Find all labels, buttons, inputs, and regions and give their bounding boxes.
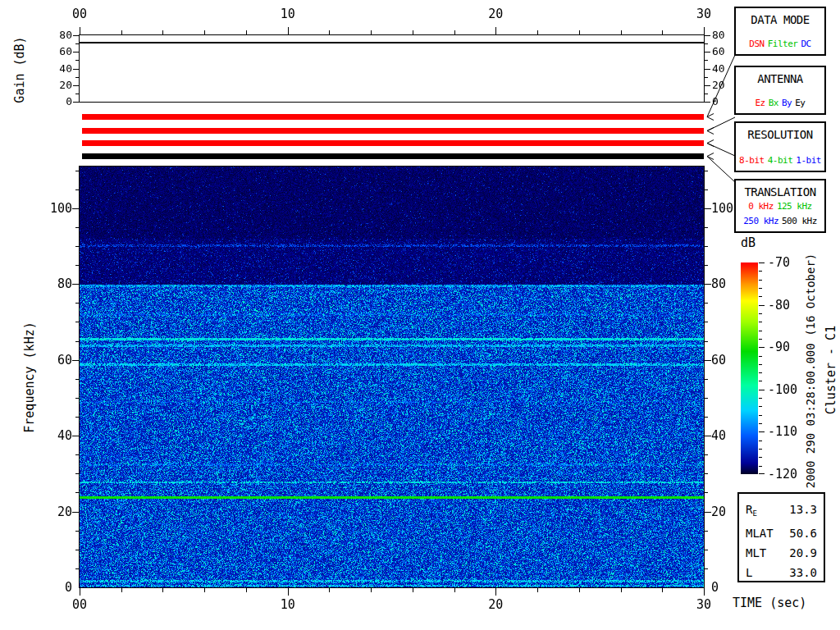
colorbar-tick — [759, 339, 762, 340]
gain-tick-right — [705, 94, 708, 94]
data-mode-box: DATA MODE DSNFilterDC — [734, 7, 826, 56]
time-tick-top — [121, 30, 122, 34]
gain-tick-label-left: 80 — [49, 29, 72, 42]
freq-tick-left — [75, 550, 79, 550]
colorbar-title: dB — [741, 235, 756, 250]
gain-tick-label-right: 60 — [712, 45, 725, 58]
freq-tick-right — [705, 341, 708, 342]
freq-tick-right — [705, 322, 708, 322]
gain-tick-left — [75, 77, 79, 78]
freq-tick-right — [705, 473, 708, 474]
time-tick-label-top: 20 — [479, 7, 512, 21]
freq-tick-label-left: 20 — [43, 504, 72, 519]
gain-trace — [80, 42, 704, 43]
colorbar-tick — [759, 305, 765, 306]
time-tick-top — [621, 30, 622, 34]
ephemeris-label: RE — [746, 500, 757, 523]
mode-option: Filter — [768, 39, 798, 49]
freq-tick-left — [72, 360, 79, 361]
time-tick-top — [80, 27, 80, 34]
resolution-values: 8-bit4-bit1-bit — [736, 155, 824, 171]
freq-tick-label-right: 60 — [711, 353, 726, 368]
time-tick-label-bottom: 20 — [479, 597, 512, 612]
gain-tick-label-right: 40 — [712, 62, 725, 75]
colorbar-tick — [759, 372, 762, 373]
ephemeris-row: MLT20.9 — [746, 543, 817, 563]
time-tick-bottom — [537, 588, 538, 592]
colorbar-tick-label: -90 — [768, 340, 790, 354]
gain-tick-label-right: 20 — [712, 79, 725, 92]
freq-tick-left — [75, 341, 79, 342]
colorbar-tick — [759, 406, 762, 407]
data-mode-title: DATA MODE — [736, 8, 824, 26]
freq-tick-label-left: 0 — [43, 580, 72, 595]
gain-tick-label-right: 0 — [712, 95, 719, 108]
freq-tick-left — [75, 398, 79, 399]
freq-tick-right — [705, 208, 711, 209]
colorbar-tick — [759, 381, 762, 381]
freq-tick-right — [705, 454, 708, 455]
freq-tick-left — [75, 492, 79, 493]
colorbar-tick — [759, 473, 765, 474]
ephemeris-row: L33.0 — [746, 563, 817, 582]
freq-tick-label-left: 60 — [43, 353, 72, 368]
freq-tick-left — [72, 284, 79, 285]
colorbar-tick — [759, 398, 762, 399]
resolution-box: RESOLUTION 8-bit4-bit1-bit — [734, 121, 826, 172]
time-tick-bottom — [662, 588, 663, 592]
mode-option: Ey — [795, 98, 805, 108]
freq-tick-left — [75, 189, 79, 190]
ephemeris-value: 50.6 — [789, 523, 817, 543]
freq-tick-left — [75, 265, 79, 266]
mode-option: 8-bit — [739, 155, 765, 166]
translation-values-row2: 250 kHz500 kHz — [736, 216, 824, 231]
datetime-label: 2000 290 03:28:00.000 (16 October) — [803, 248, 818, 494]
freq-tick-right — [705, 492, 708, 493]
status-bar-resolution — [82, 140, 704, 146]
freq-tick-right — [705, 550, 708, 550]
freq-tick-label-left: 80 — [43, 276, 72, 291]
time-tick-label-top: 30 — [687, 7, 720, 21]
freq-tick-right — [705, 265, 708, 266]
freq-tick-right — [705, 303, 708, 304]
freq-tick-right — [705, 436, 711, 436]
freq-tick-label-right: 0 — [711, 580, 719, 595]
mode-option: Ez — [756, 98, 765, 108]
gain-tick-left — [73, 102, 79, 103]
freq-tick-label-left: 100 — [43, 201, 72, 216]
time-tick-bottom — [246, 588, 247, 592]
mode-option: By — [782, 98, 792, 108]
colorbar-tick — [759, 331, 762, 331]
freq-tick-right — [705, 360, 711, 361]
spacecraft-label: Cluster - C1 — [824, 247, 838, 493]
freq-tick-label-right: 100 — [711, 201, 733, 216]
colorbar-tick — [759, 347, 765, 348]
ephemeris-box: RE13.3MLAT50.6MLT20.9L33.0 — [737, 492, 825, 582]
colorbar-tick — [759, 271, 762, 272]
time-tick-bottom — [413, 588, 413, 592]
time-tick-bottom — [621, 588, 622, 592]
freq-tick-left — [75, 417, 79, 418]
time-tick-bottom — [329, 588, 330, 592]
freq-tick-label-right: 20 — [711, 504, 726, 519]
colorbar-tick — [759, 449, 762, 450]
time-tick-top — [204, 30, 205, 34]
time-tick-top — [329, 30, 330, 34]
gain-tick-left — [75, 43, 79, 44]
colorbar-tick-label: -70 — [768, 255, 790, 270]
antenna-title: ANTENNA — [736, 67, 824, 85]
freq-tick-right — [705, 227, 708, 228]
time-tick-bottom — [288, 588, 289, 596]
time-tick-top — [454, 30, 455, 34]
gain-tick-label-right: 80 — [712, 29, 725, 42]
time-tick-top — [662, 30, 663, 34]
freq-tick-right — [705, 417, 708, 418]
ephemeris-label: MLT — [746, 543, 766, 563]
colorbar-canvas — [741, 262, 758, 474]
gain-tick-right — [705, 52, 710, 52]
time-tick-label-bottom: 30 — [687, 597, 720, 612]
mode-option: 250 kHz — [743, 216, 778, 226]
time-tick-top — [537, 30, 538, 34]
gain-tick-right — [705, 69, 710, 70]
gain-tick-label-left: 20 — [49, 79, 72, 92]
